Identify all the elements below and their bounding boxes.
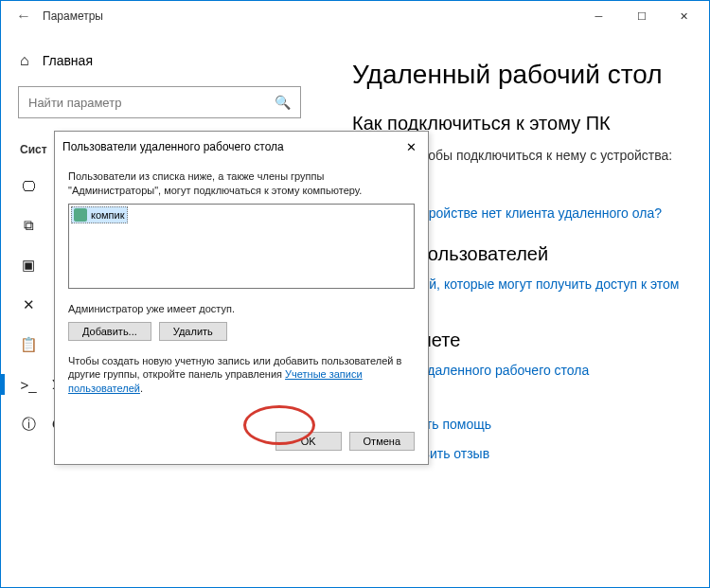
title-bar: ← Параметры ─ ☐ ✕	[1, 1, 709, 31]
cancel-button[interactable]: Отмена	[349, 432, 415, 451]
minimize-button[interactable]: ─	[577, 1, 620, 31]
dialog-titlebar: Пользователи удаленного рабочего стола ✕	[55, 132, 428, 162]
multitask-icon: ⧉	[20, 217, 37, 234]
maximize-button[interactable]: ☐	[620, 1, 663, 31]
home-nav[interactable]: ⌂ Главная	[1, 43, 318, 79]
user-list-item[interactable]: компик	[71, 206, 128, 223]
home-icon: ⌂	[20, 52, 29, 69]
search-icon: 🔍	[275, 95, 291, 110]
display-icon: 🖵	[20, 177, 37, 194]
remote-desktop-icon: >_	[20, 376, 37, 393]
search-input[interactable]	[28, 96, 275, 110]
remote-users-dialog: Пользователи удаленного рабочего стола ✕…	[54, 131, 429, 465]
dialog-desc: Чтобы создать новую учетную запись или д…	[68, 354, 415, 397]
search-box[interactable]: 🔍	[18, 86, 301, 118]
clipboard-icon: 📋	[20, 336, 37, 353]
dialog-close-button[interactable]: ✕	[401, 137, 420, 156]
dialog-title: Пользователи удаленного рабочего стола	[62, 140, 284, 153]
remove-button[interactable]: Удалить	[159, 322, 227, 341]
user-icon	[74, 208, 87, 222]
users-listbox[interactable]: компик	[68, 204, 415, 289]
info-icon: ⓘ	[20, 416, 37, 433]
page-title: Удаленный рабочий стол	[352, 60, 690, 90]
experience-icon: ✕	[20, 296, 37, 313]
close-button[interactable]: ✕	[663, 1, 705, 31]
add-button[interactable]: Добавить...	[68, 322, 151, 341]
admin-note: Администратор уже имеет доступ.	[68, 302, 415, 316]
back-button[interactable]: ←	[5, 8, 43, 25]
projection-icon: ▣	[20, 257, 37, 274]
user-name: компик	[91, 209, 125, 221]
window-title: Параметры	[43, 9, 103, 23]
ok-button[interactable]: OK	[275, 432, 342, 451]
dialog-intro: Пользователи из списка ниже, а также чле…	[68, 169, 415, 198]
home-label: Главная	[43, 53, 93, 68]
